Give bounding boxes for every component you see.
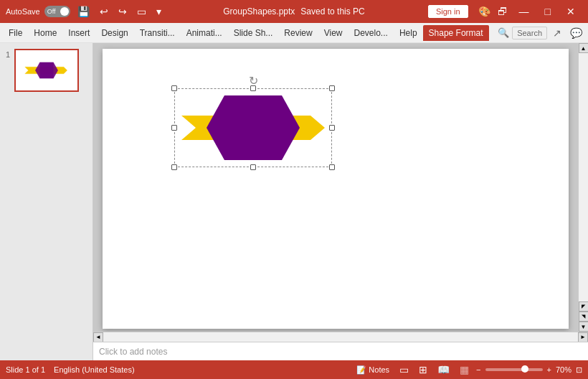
notes-button[interactable]: 📝 Notes bbox=[354, 364, 392, 376]
scroll-up-button[interactable]: ▲ bbox=[579, 43, 589, 53]
canvas-area: ↻ bbox=[93, 43, 578, 332]
notes-area[interactable]: Click to add notes bbox=[93, 342, 588, 360]
right-scrollbar: ▲ ◤ ◥ ▼ bbox=[578, 43, 588, 332]
titlebar: AutoSave Off 💾 ↩ ↪ ▭ ▾ GroupShapes.pptx … bbox=[0, 0, 588, 23]
scroll-nw-button[interactable]: ◤ bbox=[579, 301, 589, 312]
scroll-left-button[interactable]: ◄ bbox=[93, 332, 103, 342]
reading-view-icon[interactable]: 📖 bbox=[435, 364, 452, 375]
shapes-svg bbox=[174, 88, 332, 167]
svg-rect-7 bbox=[239, 95, 267, 160]
slide-number: 1 bbox=[6, 49, 10, 59]
titlebar-center: GroupShapes.pptx Saved to this PC bbox=[223, 6, 364, 17]
notes-icon: 📝 bbox=[356, 365, 366, 375]
status-right: 📝 Notes ▭ ⊞ 📖 ▦ − + 70% ⊡ bbox=[354, 364, 582, 376]
signin-button[interactable]: Sign in bbox=[428, 5, 468, 18]
notes-label: Notes bbox=[369, 365, 389, 374]
zoom-level[interactable]: 70% bbox=[556, 365, 572, 374]
saved-status: Saved to this PC bbox=[300, 6, 364, 17]
maximize-button[interactable]: □ bbox=[538, 3, 558, 20]
titlebar-right: Sign in 🎨 🗗 — □ ✕ bbox=[428, 3, 582, 20]
autosave-state: Off bbox=[47, 8, 56, 15]
search-icon: 🔍 bbox=[498, 27, 509, 38]
normal-view-icon[interactable]: ▭ bbox=[397, 364, 412, 375]
menu-animations[interactable]: Animati... bbox=[181, 25, 228, 41]
autosave-knob bbox=[60, 7, 69, 16]
slide-thumb-1[interactable]: 1 bbox=[6, 49, 87, 92]
menu-view[interactable]: View bbox=[318, 25, 348, 41]
search-box[interactable]: Search bbox=[512, 27, 547, 39]
comment-icon[interactable]: 💬 bbox=[567, 27, 585, 39]
more-icon[interactable]: ▾ bbox=[153, 4, 164, 19]
save-icon[interactable]: 💾 bbox=[75, 4, 93, 19]
menu-help[interactable]: Help bbox=[394, 25, 423, 41]
menu-insert[interactable]: Insert bbox=[62, 25, 95, 41]
menu-design[interactable]: Design bbox=[95, 25, 133, 41]
scroll-ne-button[interactable]: ◥ bbox=[579, 312, 589, 322]
minimize-button[interactable]: — bbox=[512, 3, 536, 20]
zoom-minus[interactable]: − bbox=[476, 365, 480, 374]
canvas-col: ↻ bbox=[93, 43, 588, 360]
menu-file[interactable]: File bbox=[3, 25, 28, 41]
thumbnail-shapes bbox=[22, 56, 72, 85]
restore-icon[interactable]: 🗗 bbox=[495, 4, 511, 19]
menu-shape-format[interactable]: Shape Format bbox=[423, 25, 489, 41]
menu-review[interactable]: Review bbox=[278, 25, 318, 41]
slide-panel: 1 bbox=[0, 43, 93, 360]
scroll-track-h[interactable] bbox=[103, 332, 578, 342]
menu-bar: File Home Insert Design Transiti... Anim… bbox=[0, 23, 588, 43]
shape-group[interactable]: ↻ bbox=[174, 88, 332, 167]
content-row: 1 bbox=[0, 43, 588, 360]
present-icon[interactable]: ▭ bbox=[134, 4, 149, 19]
search-label: Search bbox=[517, 29, 542, 37]
zoom-thumb bbox=[521, 365, 528, 373]
menu-home[interactable]: Home bbox=[28, 25, 62, 41]
autosave-toggle[interactable]: Off bbox=[44, 6, 70, 17]
undo-icon[interactable]: ↩ bbox=[97, 4, 111, 19]
zoom-slider[interactable] bbox=[485, 368, 543, 371]
notes-placeholder: Click to add notes bbox=[99, 347, 167, 357]
scroll-right-button[interactable]: ► bbox=[578, 332, 588, 342]
slide-canvas[interactable]: ↻ bbox=[103, 49, 569, 329]
presenter-icon[interactable]: ▦ bbox=[457, 364, 472, 375]
svg-rect-3 bbox=[40, 62, 54, 78]
main-container: 1 bbox=[0, 43, 588, 379]
ribbon-icon[interactable]: 🎨 bbox=[475, 4, 493, 19]
menu-right: 🔍 Search ↗ 💬 bbox=[498, 27, 585, 39]
autosave-label: AutoSave bbox=[6, 7, 40, 16]
close-button[interactable]: ✕ bbox=[559, 3, 582, 20]
redo-icon[interactable]: ↪ bbox=[115, 4, 130, 19]
status-bar: Slide 1 of 1 English (United States) 📝 N… bbox=[0, 360, 588, 379]
fit-icon[interactable]: ⊡ bbox=[576, 365, 582, 375]
slide-sorter-icon[interactable]: ⊞ bbox=[416, 364, 430, 375]
menu-slideshow[interactable]: Slide Sh... bbox=[228, 25, 279, 41]
bottom-scrollbar: ◄ ► bbox=[93, 332, 588, 342]
canvas-scroll-area: ↻ bbox=[93, 43, 588, 332]
scroll-track-v[interactable] bbox=[579, 53, 588, 301]
slide-count: Slide 1 of 1 bbox=[6, 365, 45, 374]
menu-developer[interactable]: Develo... bbox=[348, 25, 394, 41]
filename: GroupShapes.pptx bbox=[223, 6, 295, 17]
slide-thumbnail[interactable] bbox=[14, 49, 79, 92]
status-left: Slide 1 of 1 English (United States) bbox=[6, 365, 354, 374]
language: English (United States) bbox=[54, 365, 135, 374]
menu-transitions[interactable]: Transiti... bbox=[134, 25, 181, 41]
zoom-plus[interactable]: + bbox=[547, 365, 551, 374]
scroll-down-button[interactable]: ▼ bbox=[579, 322, 589, 332]
share-icon[interactable]: ↗ bbox=[550, 27, 564, 39]
